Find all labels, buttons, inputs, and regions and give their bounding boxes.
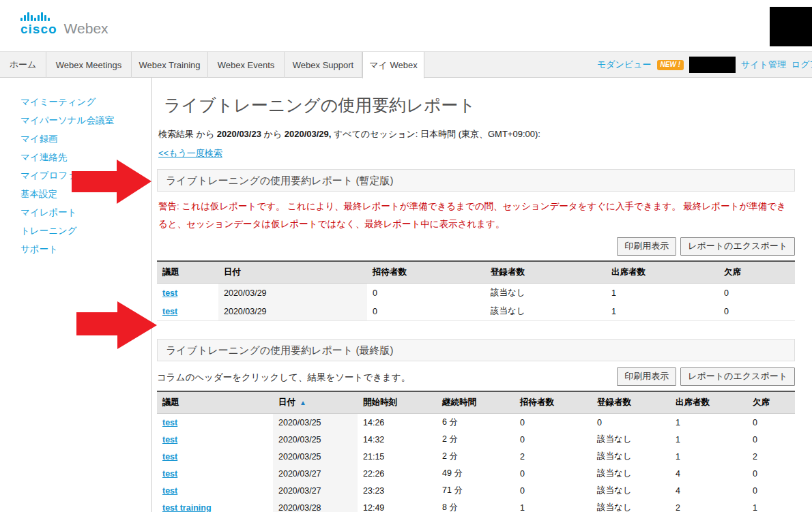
- page-header: cisco Webex: [0, 0, 812, 51]
- sidebar-item-my-contacts[interactable]: マイ連絡先: [20, 148, 151, 166]
- tab-home[interactable]: ホーム: [0, 52, 46, 78]
- cisco-wordmark: cisco: [20, 22, 57, 35]
- tab-webex-meetings[interactable]: Webex Meetings: [46, 52, 132, 78]
- sidebar-item-my-meetings[interactable]: マイミーティング: [20, 93, 151, 111]
- table-header-row: 議題 日付 招待者数 登録者数 出席者数 欠席: [157, 261, 795, 284]
- session-link[interactable]: test: [162, 469, 177, 479]
- search-again-link[interactable]: <<もう一度検索: [158, 147, 222, 160]
- sidebar-item-support[interactable]: サポート: [20, 240, 151, 258]
- nav-utility-links: モダンビュー NEW ! サイト管理 ログアウト: [597, 52, 812, 78]
- sidebar-nav: マイミーティング マイパーソナル会議室 マイ録画 マイ連絡先 マイプロファイル …: [0, 78, 152, 512]
- tab-webex-events[interactable]: Webex Events: [208, 52, 285, 78]
- interim-report-table: 議題 日付 招待者数 登録者数 出席者数 欠席 test 2020/03/29 …: [157, 260, 795, 321]
- sort-ascending-icon: ▲: [300, 399, 306, 406]
- sidebar-item-training[interactable]: トレーニング: [20, 222, 151, 240]
- final-toolbar: コラムのヘッダーをクリックして、結果をソートできます。 印刷用表示 レポートのエ…: [157, 367, 795, 386]
- session-link[interactable]: test: [162, 288, 177, 298]
- session-link[interactable]: test: [162, 486, 177, 496]
- report-main: ライブトレーニングの使用要約レポート 検索結果 から 2020/03/23 から…: [157, 78, 795, 512]
- search-date-to: 2020/03/29,: [285, 129, 332, 139]
- final-section-heading: ライブトレーニングの使用要約レポート (最終版): [157, 339, 795, 361]
- interim-warning-text: 警告: これは仮レポートです。 これにより、最終レポートが準備できるまでの間、セ…: [158, 198, 795, 233]
- export-report-button[interactable]: レポートのエクスポート: [680, 367, 795, 386]
- print-view-button[interactable]: 印刷用表示: [617, 237, 676, 256]
- print-view-button[interactable]: 印刷用表示: [617, 367, 676, 386]
- col-start-time[interactable]: 開始時刻: [358, 391, 437, 414]
- sort-hint-text: コラムのヘッダーをクリックして、結果をソートできます。: [157, 372, 410, 386]
- cisco-webex-logo: cisco Webex: [20, 12, 108, 35]
- final-actions: 印刷用表示 レポートのエクスポート: [617, 367, 795, 386]
- col-registered[interactable]: 登録者数: [592, 391, 670, 414]
- tab-webex-training[interactable]: Webex Training: [132, 52, 208, 78]
- table-row: test 2020/03/25 14:32 2 分 0 該当なし 1 0: [157, 431, 795, 448]
- session-link[interactable]: test: [162, 307, 177, 316]
- table-row: test 2020/03/29 0 該当なし 1 0: [157, 302, 795, 321]
- col-absent[interactable]: 欠席: [747, 391, 795, 414]
- table-row: test 2020/03/25 21:15 2 分 2 該当なし 1 2: [157, 448, 795, 465]
- logout-link[interactable]: ログアウト: [792, 59, 812, 71]
- export-report-button[interactable]: レポートのエクスポート: [680, 237, 795, 256]
- new-badge: NEW !: [657, 60, 684, 70]
- col-invited[interactable]: 招待者数: [514, 391, 592, 414]
- modern-view-link[interactable]: モダンビュー: [597, 59, 652, 71]
- table-row: test 2020/03/25 14:26 6 分 0 0 1 0: [157, 414, 795, 432]
- redaction-box: [770, 7, 812, 46]
- col-date[interactable]: 日付: [218, 261, 367, 284]
- sidebar-item-preferences[interactable]: 基本設定: [20, 185, 151, 203]
- col-registered[interactable]: 登録者数: [485, 261, 606, 284]
- sidebar-item-my-profile[interactable]: マイプロファイル: [20, 166, 151, 185]
- redaction-box: [689, 57, 736, 73]
- site-admin-link[interactable]: サイト管理: [741, 59, 786, 71]
- search-summary: 検索結果 から 2020/03/23 から 2020/03/29, すべてのセッ…: [158, 128, 795, 140]
- session-link[interactable]: test: [162, 452, 177, 462]
- col-topic[interactable]: 議題: [157, 261, 218, 284]
- col-attended[interactable]: 出席者数: [670, 391, 747, 414]
- interim-section-heading: ライブトレーニングの使用要約レポート (暫定版): [157, 169, 795, 192]
- session-link[interactable]: test training: [162, 503, 212, 512]
- col-date-sorted[interactable]: 日付▲: [273, 391, 358, 414]
- sidebar-item-personal-room[interactable]: マイパーソナル会議室: [20, 111, 151, 130]
- tab-my-webex[interactable]: マイ Webex: [362, 52, 424, 78]
- content-layout: マイミーティング マイパーソナル会議室 マイ録画 マイ連絡先 マイプロファイル …: [0, 78, 812, 512]
- col-topic[interactable]: 議題: [157, 391, 273, 414]
- col-duration[interactable]: 継続時間: [437, 391, 514, 414]
- session-link[interactable]: test: [162, 435, 177, 445]
- sidebar-item-my-reports[interactable]: マイレポート: [20, 203, 151, 222]
- final-report-table: 議題 日付▲ 開始時刻 継続時間 招待者数 登録者数 出席者数 欠席 test …: [157, 391, 795, 512]
- primary-navbar: ホーム Webex Meetings Webex Training Webex …: [0, 51, 812, 78]
- table-row: test 2020/03/27 23:23 71 分 0 該当なし 4 0: [157, 482, 795, 499]
- cisco-bars-icon: [20, 12, 57, 21]
- table-row: test 2020/03/29 0 該当なし 1 0: [157, 284, 795, 303]
- table-header-row: 議題 日付▲ 開始時刻 継続時間 招待者数 登録者数 出席者数 欠席: [157, 391, 795, 414]
- table-row: test training 2020/03/28 12:49 8 分 1 該当な…: [157, 499, 795, 512]
- col-absent[interactable]: 欠席: [719, 261, 795, 284]
- col-attended[interactable]: 出席者数: [606, 261, 719, 284]
- webex-wordmark: Webex: [64, 21, 108, 35]
- search-date-from: 2020/03/23: [217, 129, 261, 139]
- tab-webex-support[interactable]: Webex Support: [285, 52, 362, 78]
- session-link[interactable]: test: [162, 418, 177, 427]
- interim-actions: 印刷用表示 レポートのエクスポート: [157, 237, 795, 256]
- col-invited[interactable]: 招待者数: [367, 261, 485, 284]
- page-title: ライブトレーニングの使用要約レポート: [164, 94, 795, 117]
- sidebar-item-my-recordings[interactable]: マイ録画: [20, 130, 151, 148]
- table-row: test 2020/03/27 22:26 49 分 0 該当なし 4 0: [157, 465, 795, 482]
